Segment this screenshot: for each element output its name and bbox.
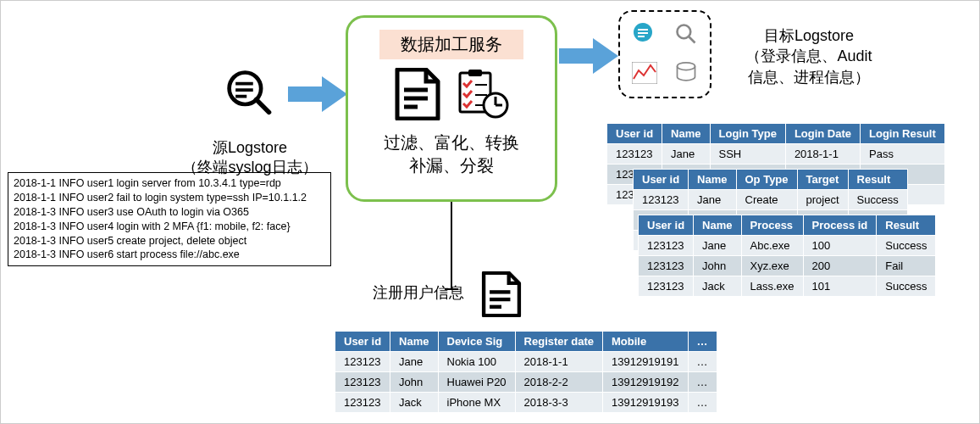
- svg-marker-5: [288, 76, 347, 112]
- table-row: 123123JaneCreateprojectSuccess: [634, 190, 908, 210]
- processing-ops-line2: 补漏、分裂: [360, 154, 543, 177]
- target-caption-line1: 目标Logstore: [720, 25, 898, 46]
- col-header: Result: [877, 215, 936, 236]
- document-icon: [394, 68, 441, 123]
- source-logstore-icon: [224, 66, 275, 117]
- processing-title: 数据加工服务: [379, 30, 523, 59]
- svg-rect-10: [468, 70, 482, 76]
- svg-line-4: [257, 99, 269, 112]
- target-caption-line3: 信息、进程信息）: [720, 67, 898, 87]
- log-line: 2018-1-3 INFO user4 login with 2 MFA {f1…: [14, 220, 325, 234]
- table-row: 123123JaneNokia 1002018-1-113912919191…: [335, 352, 717, 372]
- log-line: 2018-1-3 INFO user3 use OAuth to login v…: [14, 205, 325, 220]
- table-row: 123123JackLass.exe101Success: [639, 276, 936, 297]
- col-header: User id: [639, 215, 694, 236]
- col-header: Mobile: [602, 332, 688, 352]
- register-document-icon: [479, 271, 524, 317]
- col-header: User id: [607, 124, 662, 144]
- register-user-table: User id Name Device Sig Register date Mo…: [335, 331, 717, 413]
- col-header: Process id: [803, 215, 877, 236]
- chart-icon: [632, 62, 657, 86]
- target-logstore-caption: 目标Logstore （登录信息、Audit 信息、进程信息）: [720, 25, 898, 87]
- col-header: Register date: [515, 332, 602, 352]
- col-header: Name: [694, 215, 741, 236]
- magnifier-icon: [674, 22, 698, 48]
- svg-point-25: [677, 25, 690, 38]
- syslog-sample-box: 2018-1-1 INFO user1 login server from 10…: [8, 172, 331, 266]
- source-caption-line1: 源Logstore: [165, 138, 335, 158]
- processing-service-box: 数据加工服务: [346, 15, 557, 202]
- col-header: Op Type: [736, 170, 797, 190]
- table-row: 123123JohnHuawei P202018-2-213912919192…: [335, 372, 717, 393]
- col-header: Name: [662, 124, 710, 144]
- arrow-processing-to-target: [559, 38, 618, 74]
- col-header: User id: [335, 332, 390, 352]
- table-row: 123123JaneAbc.exe100Success: [639, 236, 936, 256]
- register-caption: 注册用户信息: [373, 282, 464, 303]
- log-line: 2018-1-3 INFO user6 start process file:/…: [14, 248, 325, 262]
- target-logstore-iconbox: [618, 10, 711, 98]
- col-header: Login Date: [785, 124, 860, 144]
- arrow-source-to-processing: [288, 76, 347, 112]
- checklist-clock-icon: [457, 68, 509, 123]
- col-header: Name: [390, 332, 438, 352]
- col-header: Process: [741, 215, 803, 236]
- col-header: Login Type: [710, 124, 785, 144]
- svg-point-28: [677, 62, 695, 70]
- table-row: 123123JackiPhone MX2018-3-313912919193…: [335, 393, 717, 413]
- table-row: 123123JohnXyz.exe200Fail: [639, 256, 936, 276]
- col-header: Device Sig: [438, 332, 515, 352]
- svg-marker-20: [559, 38, 618, 74]
- col-header: …: [688, 332, 717, 352]
- connector-proc-to-register: [451, 202, 452, 290]
- database-icon: [674, 61, 698, 87]
- log-line: 2018-1-3 INFO user5 create project, dele…: [14, 234, 325, 248]
- target-caption-line2: （登录信息、Audit: [720, 46, 898, 66]
- table-row: 123123JaneSSH2018-1-1Pass: [607, 144, 945, 165]
- col-header: Target: [797, 170, 848, 190]
- log-line: 2018-1-1 INFO user2 fail to login system…: [14, 191, 325, 205]
- col-header: Result: [848, 170, 907, 190]
- process-info-table: User id Name Process Process id Result 1…: [638, 215, 936, 297]
- log-line: 2018-1-1 INFO user1 login server from 10…: [14, 176, 325, 191]
- doc-search-icon: [631, 20, 658, 50]
- col-header: User id: [634, 170, 689, 190]
- col-header: Login Result: [861, 124, 945, 144]
- col-header: Name: [689, 170, 736, 190]
- svg-line-26: [689, 36, 695, 42]
- processing-ops-line1: 过滤、富化、转换: [360, 131, 543, 154]
